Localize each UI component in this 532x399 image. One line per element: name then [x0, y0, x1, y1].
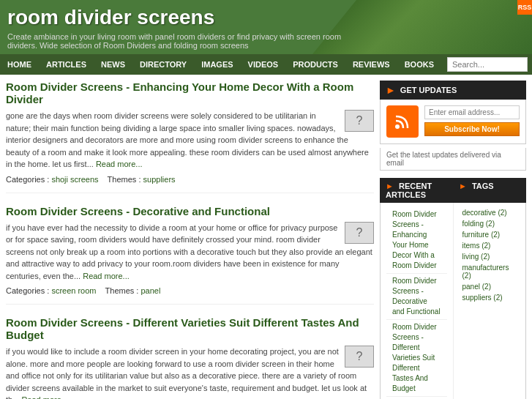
recent-articles-col: Room Divider Screens - Enhancing Your Ho…: [381, 203, 453, 399]
article-2-theme[interactable]: panel: [141, 286, 160, 295]
article-1-meta: Categories : shoji screens Themes : supp…: [6, 175, 374, 184]
sidebar: ► GET UPDATES Subscribe Now! Get the lat…: [380, 81, 526, 399]
article-1-title[interactable]: Room Divider Screens - Enhancing Your Ho…: [6, 81, 374, 105]
subscribe-button[interactable]: Subscribe Now!: [424, 122, 520, 136]
tag-item-4[interactable]: living (2): [460, 251, 520, 262]
article-3: Room Divider Screens - Different Varieti…: [6, 316, 374, 399]
tag-item-3[interactable]: items (2): [460, 240, 520, 251]
article-3-title[interactable]: Room Divider Screens - Different Varieti…: [6, 316, 374, 341]
get-updates-header: ► GET UPDATES: [380, 81, 526, 100]
tags-header-label: TAGS: [472, 182, 494, 190]
article-3-text: if you would like to include a room divi…: [6, 347, 367, 399]
article-2-image: ?: [345, 222, 374, 244]
article-1: Room Divider Screens - Enhancing Your Ho…: [6, 81, 374, 193]
nav-videos[interactable]: VIDEOS: [241, 56, 286, 73]
main-content: Room Divider Screens - Enhancing Your Ho…: [0, 75, 532, 399]
tags-col: decorative (2)folding (2)furniture (2)it…: [453, 203, 526, 399]
article-2-text: if you have ever had the necessity to di…: [6, 223, 372, 280]
tag-item-5[interactable]: manufacturers (2): [460, 262, 520, 281]
site-description: Create ambiance in your living room with…: [7, 32, 373, 50]
tag-item-2[interactable]: furniture (2): [460, 229, 520, 240]
updates-form: Subscribe Now!: [424, 105, 520, 136]
tag-item-7[interactable]: suppliers (2): [460, 292, 520, 303]
nav-images[interactable]: IMAGES: [194, 56, 240, 73]
main-navigation: HOME ARTICLES NEWS DIRECTORY IMAGES VIDE…: [0, 54, 532, 75]
nav-reviews[interactable]: REVIEWS: [345, 56, 397, 73]
recent-bullet-icon: ►: [386, 182, 394, 190]
recent-articles-header: ► RECENT ARTICLES: [380, 178, 453, 203]
nav-articles[interactable]: ARTICLES: [39, 56, 94, 73]
nav-news[interactable]: NEWS: [94, 56, 132, 73]
updates-header-label: GET UPDATES: [400, 86, 457, 94]
article-1-category[interactable]: shoji screens: [51, 175, 98, 184]
updates-note: Get the latest updates delivered via ema…: [380, 148, 526, 171]
recent-tags-headers: ► RECENT ARTICLES ► TAGS: [380, 178, 526, 203]
tags-bullet-icon: ►: [459, 182, 467, 190]
tags-header: ► TAGS: [453, 178, 526, 203]
article-2: Room Divider Screens - Decorative and Fu…: [6, 205, 374, 305]
search-input[interactable]: [447, 57, 528, 72]
article-1-body: ? gone are the days when room divider sc…: [6, 110, 374, 171]
nav-books[interactable]: BOOKS: [397, 56, 441, 73]
nav-directory[interactable]: DIRECTORY: [132, 56, 194, 73]
article-2-category[interactable]: screen room: [51, 286, 96, 295]
email-input[interactable]: [424, 105, 520, 119]
article-1-image: ?: [345, 110, 374, 132]
tag-item-1[interactable]: folding (2): [460, 218, 520, 229]
nav-search-container: [441, 54, 532, 75]
article-2-body: ? if you have ever had the necessity to …: [6, 222, 374, 283]
recent-tags-content: Room Divider Screens - Enhancing Your Ho…: [380, 203, 526, 399]
nav-products[interactable]: PRODUCTS: [285, 56, 345, 73]
article-3-image: ?: [345, 346, 374, 368]
article-2-read-more[interactable]: Read more...: [83, 272, 130, 280]
svg-point-0: [395, 124, 400, 129]
article-1-theme[interactable]: suppliers: [143, 175, 176, 184]
tag-item-0[interactable]: decorative (2): [460, 207, 520, 218]
site-title: room divider screens: [7, 6, 525, 29]
get-updates-box: ► GET UPDATES Subscribe Now! Get the lat…: [380, 81, 526, 171]
recent-item-0[interactable]: Room Divider Screens - Enhancing Your Ho…: [386, 207, 447, 274]
updates-content: Subscribe Now!: [380, 100, 526, 144]
rss-icon: [386, 105, 419, 138]
site-header: RSS room divider screens Create ambiance…: [0, 0, 532, 54]
nav-home[interactable]: HOME: [0, 56, 39, 73]
article-1-text: gone are the days when room divider scre…: [6, 111, 369, 168]
article-2-meta: Categories : screen room Themes : panel: [6, 286, 374, 295]
recent-item-1[interactable]: Room Divider Screens - Decorative and Fu…: [386, 274, 447, 320]
recent-item-2[interactable]: Room Divider Screens - Different Varieti…: [386, 320, 447, 397]
article-3-body: ? if you would like to include a room di…: [6, 346, 374, 399]
updates-bullet-icon: ►: [386, 84, 396, 96]
article-3-read-more[interactable]: Read more...: [21, 395, 68, 399]
article-2-title[interactable]: Room Divider Screens - Decorative and Fu…: [6, 205, 374, 217]
tag-item-6[interactable]: panel (2): [460, 281, 520, 292]
article-1-read-more[interactable]: Read more...: [96, 160, 143, 168]
content-area: Room Divider Screens - Enhancing Your Ho…: [6, 81, 374, 399]
